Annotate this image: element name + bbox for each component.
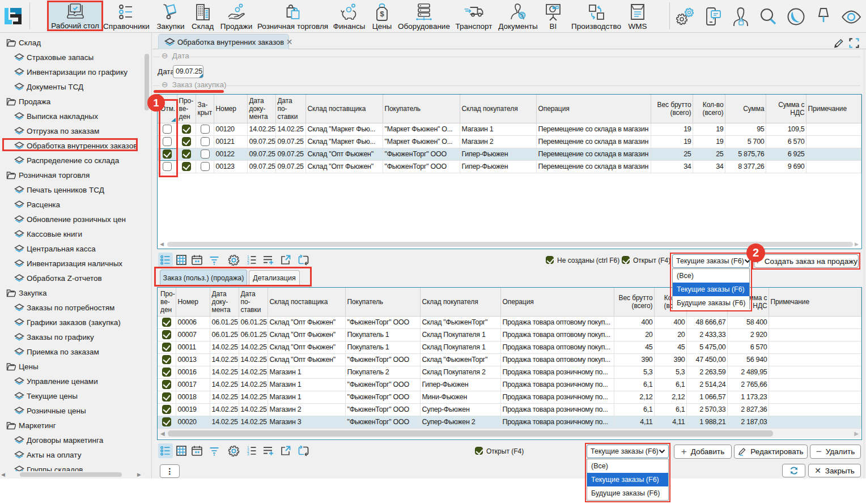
svg-text:$: $ bbox=[380, 10, 384, 18]
svg-text:3: 3 bbox=[247, 452, 249, 456]
svg-text:3: 3 bbox=[247, 261, 249, 265]
